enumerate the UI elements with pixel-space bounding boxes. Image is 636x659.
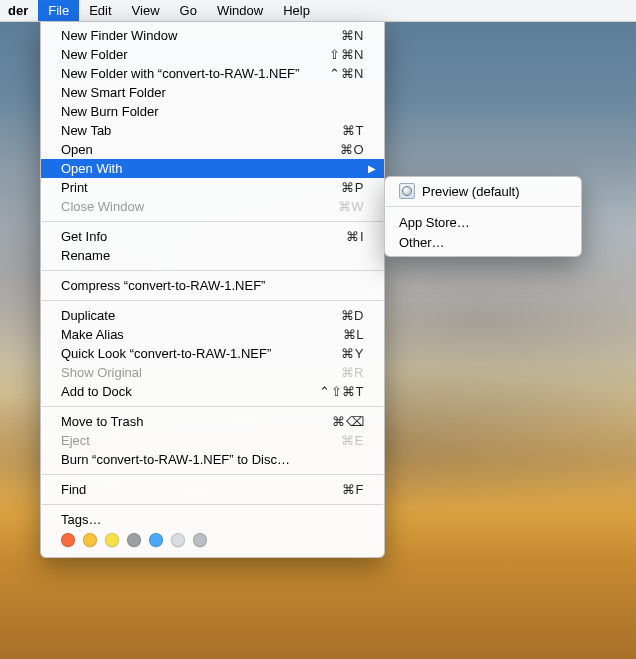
menu-item[interactable]: Burn “convert-to-RAW-1.NEF” to Disc…: [41, 450, 384, 469]
menu-separator: [42, 221, 383, 222]
menu-item-label: Burn “convert-to-RAW-1.NEF” to Disc…: [61, 452, 364, 467]
menu-item-shortcut: ⌘F: [332, 482, 364, 497]
menu-item[interactable]: New Burn Folder: [41, 102, 384, 121]
menu-item[interactable]: Print⌘P: [41, 178, 384, 197]
menu-item[interactable]: Quick Look “convert-to-RAW-1.NEF”⌘Y: [41, 344, 384, 363]
menubar-app-name[interactable]: der: [0, 0, 38, 21]
menu-item[interactable]: New Folder⇧⌘N: [41, 45, 384, 64]
menubar-item-go[interactable]: Go: [170, 0, 207, 21]
menu-item-shortcut: ⌘L: [333, 327, 364, 342]
menu-item-label: Open: [61, 142, 330, 157]
menubar-item-edit[interactable]: Edit: [79, 0, 121, 21]
menu-item-label: Quick Look “convert-to-RAW-1.NEF”: [61, 346, 331, 361]
open-with-submenu: Preview (default)App Store…Other…: [384, 176, 582, 257]
submenu-arrow-icon: ▶: [368, 163, 376, 174]
menu-item[interactable]: Duplicate⌘D: [41, 306, 384, 325]
menu-separator: [42, 406, 383, 407]
menu-item-shortcut: ⌘I: [336, 229, 364, 244]
menu-item-shortcut: ⌘T: [332, 123, 364, 138]
menu-separator: [42, 504, 383, 505]
submenu-item[interactable]: Other…: [385, 232, 581, 252]
menu-item-shortcut: ⌘R: [331, 365, 364, 380]
file-menu-dropdown: New Finder Window⌘NNew Folder⇧⌘NNew Fold…: [40, 22, 385, 558]
menu-item-shortcut: ⌘E: [331, 433, 364, 448]
menu-item-shortcut: ⌘N: [331, 28, 364, 43]
tag-color-dot[interactable]: [105, 533, 119, 547]
menu-item[interactable]: Rename: [41, 246, 384, 265]
menubar-item-file[interactable]: File: [38, 0, 79, 21]
menu-item-label: Print: [61, 180, 331, 195]
menu-item[interactable]: Find⌘F: [41, 480, 384, 499]
menu-item-label: Show Original: [61, 365, 331, 380]
menu-item-shortcut: ⌃⌘N: [319, 66, 364, 81]
menu-item-label: Close Window: [61, 199, 328, 214]
menu-separator: [42, 474, 383, 475]
menu-item-label: Make Alias: [61, 327, 333, 342]
menu-item[interactable]: Move to Trash⌘⌫: [41, 412, 384, 431]
menu-item-label: New Folder with “convert-to-RAW-1.NEF”: [61, 66, 319, 81]
tag-color-dot[interactable]: [193, 533, 207, 547]
menubar-item-window[interactable]: Window: [207, 0, 273, 21]
submenu-item[interactable]: App Store…: [385, 212, 581, 232]
tag-color-dot[interactable]: [171, 533, 185, 547]
menu-item-label: New Tab: [61, 123, 332, 138]
menu-item-label: Duplicate: [61, 308, 331, 323]
menu-item-label: Tags…: [61, 512, 364, 527]
menu-item-label: New Burn Folder: [61, 104, 364, 119]
menu-separator: [42, 270, 383, 271]
tag-color-dot[interactable]: [127, 533, 141, 547]
tags-color-row: [41, 529, 384, 553]
menubar: der File Edit View Go Window Help: [0, 0, 636, 22]
tag-color-dot[interactable]: [61, 533, 75, 547]
menu-item-shortcut: ⇧⌘N: [319, 47, 364, 62]
menu-item-shortcut: ⌘D: [331, 308, 364, 323]
menu-item-label: Move to Trash: [61, 414, 322, 429]
menu-item[interactable]: Open⌘O: [41, 140, 384, 159]
menu-item[interactable]: New Folder with “convert-to-RAW-1.NEF”⌃⌘…: [41, 64, 384, 83]
submenu-item-label: Other…: [399, 235, 567, 250]
menu-item-label: Eject: [61, 433, 331, 448]
menu-item[interactable]: New Finder Window⌘N: [41, 26, 384, 45]
menu-item-label: Rename: [61, 248, 364, 263]
menu-item-label: New Folder: [61, 47, 319, 62]
tag-color-dot[interactable]: [149, 533, 163, 547]
preview-app-icon: [399, 183, 415, 199]
menu-item-label: New Finder Window: [61, 28, 331, 43]
submenu-item-label: App Store…: [399, 215, 567, 230]
menu-item[interactable]: New Tab⌘T: [41, 121, 384, 140]
menu-separator: [42, 300, 383, 301]
menu-item[interactable]: Make Alias⌘L: [41, 325, 384, 344]
menu-item: Eject⌘E: [41, 431, 384, 450]
menu-item-shortcut: ⌘⌫: [322, 414, 364, 429]
menu-item[interactable]: New Smart Folder: [41, 83, 384, 102]
submenu-item-label: Preview (default): [422, 184, 567, 199]
menu-item-shortcut: ⌘O: [330, 142, 364, 157]
menu-separator: [386, 206, 580, 207]
menu-item-label: Open With: [61, 161, 364, 176]
menu-item-shortcut: ⌘W: [328, 199, 364, 214]
menu-item-shortcut: ⌘P: [331, 180, 364, 195]
menu-item-label: New Smart Folder: [61, 85, 364, 100]
menu-item: Close Window⌘W: [41, 197, 384, 216]
menu-item[interactable]: Open With▶: [41, 159, 384, 178]
menu-item[interactable]: Get Info⌘I: [41, 227, 384, 246]
menu-item-shortcut: ⌃⇧⌘T: [309, 384, 364, 399]
menu-item[interactable]: Add to Dock⌃⇧⌘T: [41, 382, 384, 401]
menu-item-label: Find: [61, 482, 332, 497]
submenu-item[interactable]: Preview (default): [385, 181, 581, 201]
menubar-item-help[interactable]: Help: [273, 0, 320, 21]
menubar-item-view[interactable]: View: [122, 0, 170, 21]
tag-color-dot[interactable]: [83, 533, 97, 547]
menu-item: Show Original⌘R: [41, 363, 384, 382]
menu-item-shortcut: ⌘Y: [331, 346, 364, 361]
menu-item-label: Get Info: [61, 229, 336, 244]
menu-item[interactable]: Compress “convert-to-RAW-1.NEF”: [41, 276, 384, 295]
menu-item-label: Compress “convert-to-RAW-1.NEF”: [61, 278, 364, 293]
menu-item[interactable]: Tags…: [41, 510, 384, 529]
menu-item-label: Add to Dock: [61, 384, 309, 399]
